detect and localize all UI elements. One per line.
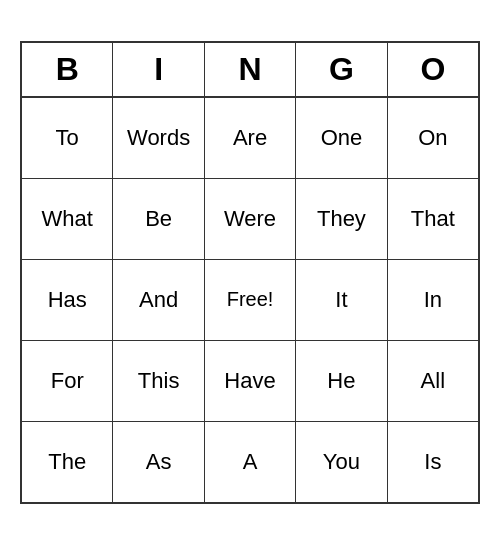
bingo-cell-0-1: Words [113,98,204,178]
header-letter-i: I [113,43,204,98]
bingo-cell-1-1: Be [113,179,204,259]
bingo-row-2: HasAndFree!ItIn [22,260,478,341]
bingo-cell-2-1: And [113,260,204,340]
bingo-row-0: ToWordsAreOneOn [22,98,478,179]
bingo-cell-1-2: Were [205,179,296,259]
bingo-row-1: WhatBeWereTheyThat [22,179,478,260]
bingo-cell-2-2: Free! [205,260,296,340]
bingo-cell-3-0: For [22,341,113,421]
header-letter-n: N [205,43,296,98]
bingo-cell-0-2: Are [205,98,296,178]
bingo-card: BINGO ToWordsAreOneOnWhatBeWereTheyThatH… [20,41,480,504]
bingo-cell-0-0: To [22,98,113,178]
bingo-cell-2-3: It [296,260,387,340]
bingo-row-4: TheAsAYouIs [22,422,478,502]
bingo-row-3: ForThisHaveHeAll [22,341,478,422]
header-letter-b: B [22,43,113,98]
bingo-cell-4-4: Is [388,422,478,502]
bingo-cell-1-3: They [296,179,387,259]
bingo-cell-4-3: You [296,422,387,502]
bingo-cell-3-2: Have [205,341,296,421]
bingo-cell-0-4: On [388,98,478,178]
bingo-cell-2-0: Has [22,260,113,340]
bingo-cell-1-4: That [388,179,478,259]
bingo-header: BINGO [22,43,478,98]
bingo-cell-3-4: All [388,341,478,421]
header-letter-o: O [388,43,478,98]
header-letter-g: G [296,43,387,98]
bingo-cell-2-4: In [388,260,478,340]
bingo-cell-4-0: The [22,422,113,502]
bingo-cell-4-1: As [113,422,204,502]
bingo-cell-0-3: One [296,98,387,178]
bingo-cell-3-3: He [296,341,387,421]
bingo-cell-3-1: This [113,341,204,421]
bingo-cell-4-2: A [205,422,296,502]
bingo-cell-1-0: What [22,179,113,259]
